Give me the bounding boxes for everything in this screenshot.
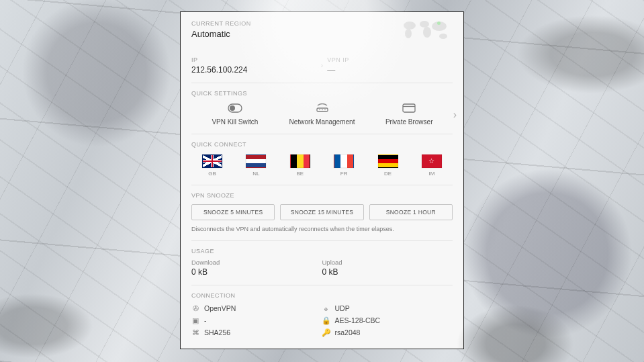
- quick-setting-kill-switch[interactable]: VPN Kill Switch: [191, 102, 279, 126]
- connection-value: UDP: [335, 304, 350, 312]
- svg-point-2: [420, 21, 429, 28]
- flag-gb-icon: [202, 154, 222, 168]
- connection-hash: ⌘ SHA256: [191, 328, 322, 336]
- svg-point-7: [230, 105, 235, 111]
- hash-icon: ⌘: [191, 328, 199, 336]
- lock-icon: 🔒: [322, 316, 330, 324]
- snooze-15-button[interactable]: SNOOZE 15 MINUTES: [280, 204, 363, 220]
- vpn-ip-value: —: [327, 65, 453, 75]
- quick-settings-label: QUICK SETTINGS: [191, 90, 453, 97]
- quick-connect-section: QUICK CONNECT GB NL BE FR: [191, 141, 453, 177]
- flag-code: IM: [415, 171, 449, 177]
- snooze-5-button[interactable]: SNOOZE 5 MINUTES: [191, 204, 275, 220]
- flag-fr-icon: [334, 154, 354, 168]
- vpn-snooze-section: VPN SNOOZE SNOOZE 5 MINUTES SNOOZE 15 MI…: [191, 192, 453, 232]
- snooze-note: Disconnects the VPN and automatically re…: [191, 226, 453, 232]
- flag-nl-icon: [246, 154, 266, 168]
- svg-rect-12: [403, 104, 415, 112]
- flag-de-icon: [378, 154, 398, 168]
- flag-code: BE: [283, 171, 317, 177]
- chevron-right-icon[interactable]: ›: [453, 109, 457, 121]
- desktop-background: CURRENT REGION Automatic: [0, 0, 644, 362]
- quick-connect-nl[interactable]: NL: [239, 154, 273, 177]
- arrow-right-icon: ›: [317, 62, 328, 69]
- region-indicator-dot: [437, 21, 441, 25]
- key-icon: 🔑: [322, 328, 330, 336]
- connection-transport: 🜨 UDP: [322, 304, 453, 312]
- connection-section: CONNECTION ✇ OpenVPN 🜨 UDP ▣ - 🔒 AES-128…: [191, 292, 453, 336]
- connection-value: AES-128-CBC: [335, 316, 381, 324]
- current-region-section: CURRENT REGION Automatic: [191, 20, 453, 39]
- flag-code: FR: [327, 171, 361, 177]
- connection-value: rsa2048: [335, 328, 361, 336]
- quick-connect-im[interactable]: IM: [415, 154, 449, 177]
- plug-icon: ✇: [191, 304, 199, 312]
- router-icon: [279, 102, 366, 114]
- connection-label: CONNECTION: [191, 292, 453, 299]
- quick-connect-de[interactable]: DE: [371, 154, 405, 177]
- flag-im-icon: [422, 154, 442, 168]
- divider: [191, 134, 453, 134]
- quick-setting-label: Private Browser: [365, 118, 453, 126]
- ip-value: 212.56.100.224: [191, 65, 317, 75]
- connection-port: ▣ -: [191, 316, 322, 324]
- quick-setting-private-browser[interactable]: Private Browser: [365, 102, 453, 126]
- flag-be-icon: [290, 154, 310, 168]
- divider: [191, 240, 453, 241]
- browser-icon: [365, 102, 453, 114]
- svg-point-10: [322, 109, 323, 111]
- quick-connect-fr[interactable]: FR: [327, 154, 361, 177]
- svg-point-9: [319, 109, 320, 111]
- download-value: 0 kB: [191, 267, 322, 277]
- connection-value: SHA256: [204, 328, 230, 336]
- globe-icon: 🜨: [322, 304, 330, 312]
- vpn-snooze-label: VPN SNOOZE: [191, 192, 453, 199]
- svg-point-0: [404, 21, 416, 30]
- flag-code: GB: [195, 171, 229, 177]
- connection-cipher: 🔒 AES-128-CBC: [322, 316, 453, 324]
- quick-settings-section: QUICK SETTINGS VPN Kill Switch Network M…: [191, 90, 453, 126]
- connection-key: 🔑 rsa2048: [322, 328, 453, 336]
- port-icon: ▣: [191, 316, 199, 324]
- quick-setting-label: VPN Kill Switch: [191, 118, 279, 126]
- upload-label: Upload: [322, 259, 453, 266]
- divider: [191, 83, 453, 83]
- quick-setting-label: Network Management: [279, 118, 366, 126]
- svg-point-1: [405, 29, 412, 38]
- svg-point-3: [423, 27, 431, 38]
- ip-section: IP 212.56.100.224 › VPN IP —: [191, 56, 453, 75]
- quick-connect-label: QUICK CONNECT: [191, 141, 453, 148]
- snooze-1h-button[interactable]: SNOOZE 1 HOUR: [369, 204, 453, 220]
- quick-setting-network-management[interactable]: Network Management: [279, 102, 366, 126]
- ip-label: IP: [191, 56, 317, 63]
- connection-protocol: ✇ OpenVPN: [191, 304, 322, 312]
- vpn-ip-label: VPN IP: [327, 56, 453, 63]
- toggle-off-icon: [191, 102, 279, 114]
- vpn-status-panel: CURRENT REGION Automatic: [180, 11, 464, 349]
- connection-value: OpenVPN: [204, 304, 236, 312]
- download-label: Download: [191, 259, 322, 266]
- flag-code: NL: [239, 171, 273, 177]
- flag-code: DE: [371, 171, 405, 177]
- divider: [191, 285, 453, 285]
- svg-point-5: [439, 34, 447, 39]
- quick-connect-gb[interactable]: GB: [195, 154, 229, 177]
- divider: [191, 185, 453, 185]
- usage-label: USAGE: [191, 248, 453, 255]
- upload-value: 0 kB: [322, 267, 453, 277]
- svg-point-11: [324, 109, 326, 111]
- world-map-icon: [399, 17, 453, 43]
- connection-value: -: [204, 316, 207, 324]
- usage-section: USAGE Download 0 kB Upload 0 kB: [191, 248, 453, 277]
- quick-connect-be[interactable]: BE: [283, 154, 317, 177]
